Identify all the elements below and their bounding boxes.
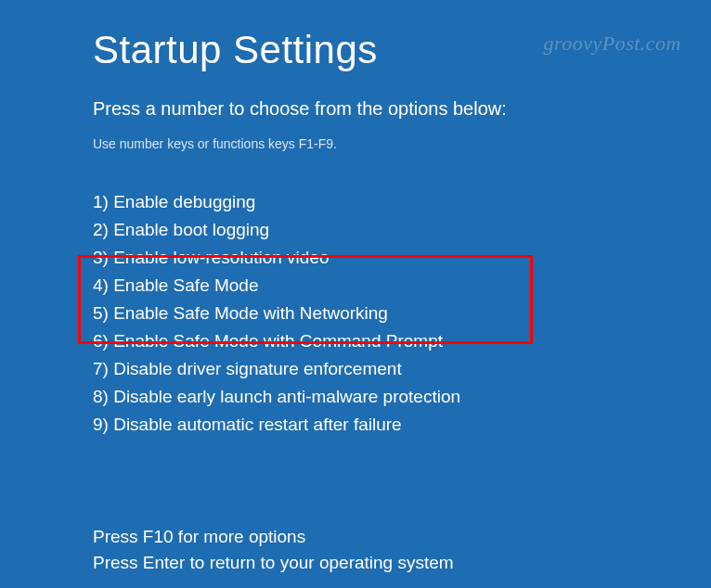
option-2-enable-boot-logging[interactable]: 2) Enable boot logging bbox=[93, 216, 711, 244]
more-options-hint: Press F10 for more options bbox=[93, 524, 711, 550]
option-9-disable-automatic-restart[interactable]: 9) Disable automatic restart after failu… bbox=[93, 411, 711, 439]
option-3-enable-low-resolution-video[interactable]: 3) Enable low-resolution video bbox=[93, 244, 711, 272]
option-7-disable-driver-signature[interactable]: 7) Disable driver signature enforcement bbox=[93, 355, 711, 383]
option-4-enable-safe-mode[interactable]: 4) Enable Safe Mode bbox=[93, 272, 711, 300]
hint-text: Use number keys or functions keys F1-F9. bbox=[93, 136, 711, 151]
option-8-disable-early-launch-antimalware[interactable]: 8) Disable early launch anti-malware pro… bbox=[93, 383, 711, 411]
option-6-enable-safe-mode-command-prompt[interactable]: 6) Enable Safe Mode with Command Prompt bbox=[93, 327, 711, 355]
watermark-text: groovyPost.com bbox=[543, 32, 681, 56]
option-5-enable-safe-mode-networking[interactable]: 5) Enable Safe Mode with Networking bbox=[93, 300, 711, 327]
startup-settings-screen: Startup Settings Press a number to choos… bbox=[0, 0, 711, 576]
footer: Press F10 for more options Press Enter t… bbox=[93, 524, 711, 576]
instruction-text: Press a number to choose from the option… bbox=[93, 98, 711, 120]
return-hint: Press Enter to return to your operating … bbox=[93, 550, 711, 576]
options-list: 1) Enable debugging 2) Enable boot loggi… bbox=[93, 188, 711, 439]
option-1-enable-debugging[interactable]: 1) Enable debugging bbox=[93, 188, 711, 216]
